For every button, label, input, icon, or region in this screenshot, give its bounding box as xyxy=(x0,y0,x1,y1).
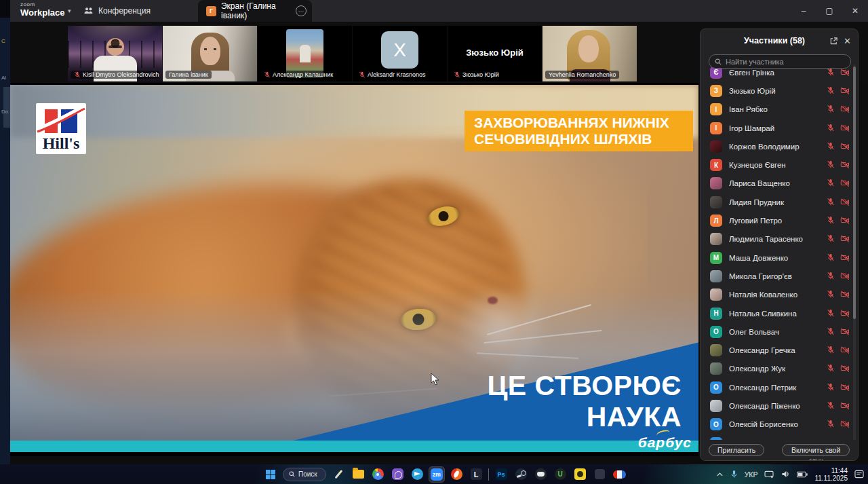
video-tile-kalashnyk[interactable]: Александр Калашник xyxy=(258,26,352,81)
participant-row[interactable]: Олександр Жук xyxy=(701,360,858,378)
video-tile-ziuzko[interactable]: Зюзько Юрій Зюзько Юрій xyxy=(448,26,542,81)
video-tile-krasnonos[interactable]: X Aleksandr Krasnonos xyxy=(353,26,447,81)
yellow-app-icon[interactable] xyxy=(572,467,587,482)
participant-row[interactable]: Лидия Прудник xyxy=(701,193,858,211)
notifications-icon[interactable] xyxy=(854,470,864,479)
tab-screen-share[interactable]: Г Экран (Галина іваник) … xyxy=(198,0,312,22)
battery-icon[interactable] xyxy=(797,471,808,478)
chrome-icon[interactable] xyxy=(370,467,385,482)
participant-name: Олександр Жук xyxy=(729,365,820,373)
orange-app-icon[interactable] xyxy=(449,467,464,482)
titlebar: zoom Workplace ▾ Конференция Г Экран (Га… xyxy=(0,0,868,22)
background-text-fragment: Al xyxy=(1,75,6,81)
tray-date: 11.11.2025 xyxy=(814,474,848,482)
tab-more-icon[interactable]: … xyxy=(296,5,307,16)
participant-avatar xyxy=(710,362,722,375)
camera-off-icon xyxy=(840,326,850,338)
hills-logo-graphic: Hill's xyxy=(36,103,86,154)
minimize-button[interactable]: – xyxy=(791,0,816,22)
tray-microphone-icon[interactable] xyxy=(730,470,738,479)
tile-name-label: Yevheniia Romanchenko xyxy=(545,71,619,79)
taskbar-search[interactable]: Поиск xyxy=(283,468,326,481)
participants-icon xyxy=(84,7,94,15)
taskbar-separator xyxy=(488,468,489,481)
unmute-self-button[interactable]: Включить свой звук xyxy=(782,444,850,456)
participant-name: Наталья Сливкина xyxy=(729,310,820,318)
popout-icon[interactable] xyxy=(829,37,838,45)
participant-row[interactable]: Коржов Володимир xyxy=(701,137,858,155)
panel-scrollbar-thumb[interactable] xyxy=(853,67,856,319)
participant-name: Євген Грінка xyxy=(729,69,820,77)
participant-video-person xyxy=(108,45,122,48)
close-button[interactable]: ✕ xyxy=(842,0,868,22)
background-window-block xyxy=(3,87,10,128)
discord-icon[interactable] xyxy=(533,467,548,482)
participant-row[interactable]: ООлег Вольвач xyxy=(701,322,858,341)
tab-meeting[interactable]: Конференция xyxy=(76,0,159,22)
headline-line2: СЕЧОВИВІДНИХ ШЛЯХІВ xyxy=(474,131,693,147)
video-tile-kisil[interactable]: Kisil Dmytro Oleksandrovich xyxy=(68,26,162,81)
start-button[interactable] xyxy=(263,467,278,482)
video-tile-yevheniia[interactable]: Yevheniia Romanchenko xyxy=(542,26,637,81)
mouse-cursor xyxy=(431,373,440,389)
gamepad-app-icon[interactable] xyxy=(612,467,627,482)
participant-row[interactable]: ІІван Рябко xyxy=(701,100,858,119)
participant-row[interactable]: Олександр Піженко xyxy=(701,396,858,415)
hills-logo: Hill's xyxy=(36,103,86,154)
zoom-workplace-logo[interactable]: zoom Workplace xyxy=(20,2,65,17)
participant-name: Зюзько Юрій xyxy=(729,87,820,95)
viber-icon[interactable] xyxy=(390,467,405,482)
participant-row[interactable]: ІІгор Шамрай xyxy=(701,119,858,137)
participant-avatar: М xyxy=(710,252,722,264)
steam-icon[interactable] xyxy=(513,467,528,482)
maximize-button[interactable]: ▢ xyxy=(816,0,842,22)
pen-app-icon[interactable] xyxy=(331,467,346,482)
participant-avatar: Н xyxy=(710,308,722,320)
invite-button[interactable]: Пригласить xyxy=(709,444,764,456)
tray-chevron-up-icon[interactable] xyxy=(716,472,724,477)
participant-row[interactable]: ННаталья Сливкина xyxy=(701,304,858,322)
search-icon xyxy=(289,471,295,477)
cast-display-icon[interactable] xyxy=(764,470,774,479)
tile-name-label: Зюзько Юрій xyxy=(450,71,502,79)
participant-name: Лидия Прудник xyxy=(729,198,820,206)
participant-status-icons xyxy=(827,288,850,301)
participant-row[interactable]: Наталія Коваленко xyxy=(701,286,858,304)
participant-row[interactable]: ММаша Довженко xyxy=(701,248,858,267)
video-tile-halyna-active-speaker[interactable]: Галина іваник xyxy=(163,26,257,81)
taskbar-clock[interactable]: 11:44 11.11.2025 xyxy=(814,467,848,482)
participant-row[interactable]: Олександр Гречка xyxy=(701,341,858,359)
file-explorer-icon[interactable] xyxy=(351,467,366,482)
mic-off-icon xyxy=(827,215,835,227)
participant-avatar: К xyxy=(710,159,722,171)
participant-status-icons xyxy=(827,122,850,134)
participant-row[interactable]: Микола Григор'єв xyxy=(701,267,858,285)
participant-row[interactable]: ЗЗюзько Юрій xyxy=(701,81,858,100)
l-app-icon[interactable]: L xyxy=(469,467,484,482)
photoshop-icon[interactable]: Ps xyxy=(494,467,509,482)
participant-row[interactable]: Лариса Ващенко xyxy=(701,174,858,193)
participant-avatar xyxy=(710,177,722,189)
telegram-icon[interactable] xyxy=(410,467,425,482)
dim-app-icon[interactable] xyxy=(592,467,607,482)
participant-avatar: З xyxy=(710,85,722,97)
speaker-icon[interactable] xyxy=(781,470,790,478)
avatar: X xyxy=(381,31,418,69)
zoom-app-icon[interactable]: zm xyxy=(429,467,444,482)
search-participant-input[interactable]: Найти участника xyxy=(709,54,851,69)
tab-meeting-label: Конференция xyxy=(98,6,151,16)
participant-row[interactable]: ООлександр Петрик xyxy=(701,378,858,396)
camera-off-icon xyxy=(840,418,850,430)
close-panel-icon[interactable]: ✕ xyxy=(844,36,851,46)
participant-row[interactable]: ЛЛуговий Петро xyxy=(701,211,858,229)
participant-row[interactable]: ООлексій Борисенко xyxy=(701,415,858,434)
participant-row[interactable]: Людмила Тарасенко xyxy=(701,230,858,248)
language-indicator[interactable]: УКР xyxy=(745,470,758,479)
chevron-down-icon[interactable]: ▾ xyxy=(68,7,71,14)
participant-avatar xyxy=(710,270,722,282)
mic-off-icon xyxy=(827,196,835,208)
participant-row[interactable]: ККузнецов Євген xyxy=(701,155,858,174)
slide-tagline: ЦЕ СТВОРЮЄ НАУКА xyxy=(329,370,682,432)
mic-off-icon xyxy=(827,122,835,134)
green-app-icon[interactable]: U xyxy=(553,467,568,482)
